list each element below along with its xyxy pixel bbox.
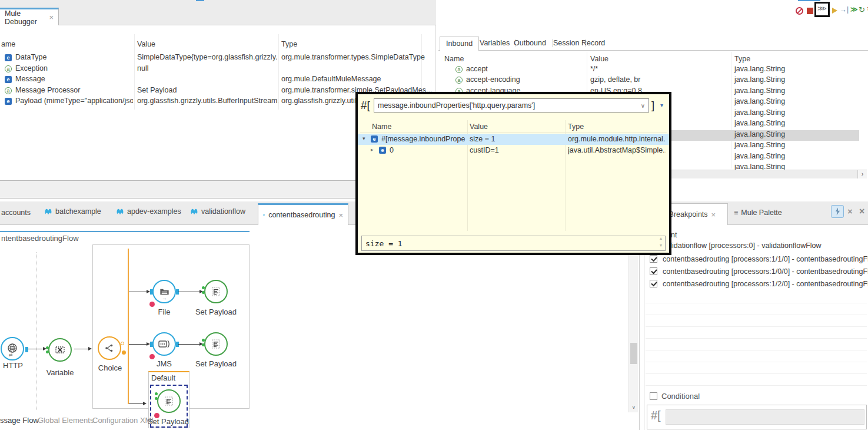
expression-text: message.inboundProperties['http.query.pa…	[378, 101, 535, 110]
condition-input[interactable]	[666, 409, 864, 425]
tab-mule-palette[interactable]: ≡ Mule Palette	[734, 209, 782, 217]
dropdown-triangle-icon[interactable]: ▾	[660, 102, 663, 108]
column-header-name[interactable]: ame	[1, 40, 15, 48]
spinner-up-icon[interactable]: ▴	[660, 236, 662, 241]
breakpoints-panel: Mule Breakpoints × ≡ Mule Palette × × nt…	[644, 201, 868, 430]
tab-batchexample[interactable]: batchexample	[44, 207, 101, 216]
resume-icon[interactable]: ≫	[850, 5, 858, 14]
expression-evaluator-popup: #[ message.inboundProperties['http.query…	[355, 92, 671, 255]
set-payload-icon	[163, 395, 175, 407]
flow-node-choice[interactable]	[98, 336, 121, 360]
step-into-icon[interactable]	[832, 8, 837, 14]
clipped-text-fragment: nt	[671, 231, 677, 239]
attribute-icon: a	[455, 77, 463, 84]
collapse-arrow-icon[interactable]: ▸	[371, 147, 374, 153]
column-header-value[interactable]: Value	[470, 123, 488, 131]
breakpoint-row[interactable]: contentbasedrouting [processors:1/0/0] -…	[644, 266, 868, 278]
column-header-value[interactable]: Value	[590, 55, 608, 63]
expand-arrow-icon[interactable]: ▾	[363, 135, 365, 141]
step-filters-icon[interactable]: ⋙	[817, 5, 827, 12]
expression-combo[interactable]: message.inboundProperties['http.query.pa…	[374, 98, 649, 113]
flow-node-variable[interactable]	[48, 338, 72, 362]
scrollbar-thumb[interactable]	[630, 343, 637, 364]
table-row[interactable]: a accept-encoding gzip, deflate, br java…	[436, 75, 866, 86]
expression-prefix: #[	[651, 409, 661, 422]
mute-breakpoints-icon[interactable]	[796, 7, 803, 15]
flow-connector	[129, 344, 149, 345]
table-row[interactable]: e DataType SimpleDataType{type=org.glass…	[0, 53, 435, 64]
breakpoint-checkbox[interactable]	[650, 255, 657, 263]
terminate-icon[interactable]	[807, 8, 813, 14]
node-label: JMS	[141, 359, 188, 368]
breakpoint-row[interactable]: contentbasedrouting [processors:1/2/0] -…	[644, 279, 868, 290]
column-header-value[interactable]: Value	[137, 40, 155, 48]
tab-inbound[interactable]: Inbound	[440, 37, 479, 51]
flow-node-set-payload[interactable]	[204, 332, 228, 356]
table-row[interactable]: e Message org.mule.DefaultMuleMessage	[0, 75, 435, 85]
attribute-icon: a	[5, 87, 12, 94]
header-underline	[360, 133, 667, 133]
mule-icon	[263, 211, 265, 219]
tab-global-elements[interactable]: Global Elements	[38, 416, 94, 425]
breakpoint-checkbox[interactable]	[650, 280, 657, 287]
conditional-checkbox[interactable]	[650, 392, 657, 400]
breakpoint-checkbox[interactable]	[650, 267, 657, 275]
element-icon: e	[5, 76, 12, 83]
close-icon[interactable]: ×	[711, 211, 716, 219]
flow-connector	[129, 403, 145, 404]
scroll-right-button[interactable]: ›	[857, 170, 867, 178]
breakpoint-dot[interactable]	[149, 302, 155, 307]
enabled-marker	[155, 392, 158, 395]
tab-label: Mule Debugger	[5, 9, 45, 26]
close-icon[interactable]: ×	[49, 14, 54, 21]
flow-node-http[interactable]: ⇄	[1, 337, 24, 360]
flow-node-jms[interactable]	[152, 332, 176, 356]
tab-apdev-examples[interactable]: apdev-examples	[116, 207, 181, 216]
close-icon[interactable]: ×	[338, 211, 343, 219]
tab-mule-debugger[interactable]: Mule Debugger ×	[0, 8, 59, 25]
tab-record[interactable]: Record	[576, 39, 611, 47]
column-header-type[interactable]: Type	[281, 40, 297, 48]
table-row[interactable]: a accept */* java.lang.String	[436, 65, 866, 75]
flow-node-file[interactable]: →	[152, 280, 176, 303]
conditional-label: Conditional	[661, 392, 700, 401]
table-row[interactable]: a Exception null	[0, 64, 435, 75]
tree-row[interactable]: ▸ e 0 custID=1 java.util.AbstractMap$Sim…	[358, 145, 669, 156]
column-header-type[interactable]: Type	[734, 55, 750, 63]
choice-icon	[104, 342, 115, 354]
result-preview-text: size = 1	[365, 239, 403, 248]
breakpoint-dot[interactable]	[149, 354, 155, 359]
scroll-down-button[interactable]: ˅	[629, 403, 638, 412]
skip-all-breakpoints-icon[interactable]: ×	[847, 206, 853, 216]
lane-divider	[36, 252, 37, 410]
breakpoint-row[interactable]: validationflow [processors:0] - validati…	[644, 240, 868, 252]
expression-suffix: ]	[651, 99, 654, 112]
tab-validationflow[interactable]: validationflow	[190, 207, 245, 216]
column-header-name[interactable]: Name	[444, 55, 464, 63]
column-header-name[interactable]: Name	[372, 123, 391, 131]
mule-icon	[190, 207, 198, 216]
remove-breakpoint-icon[interactable]: ×	[859, 206, 864, 217]
flow-node-set-payload[interactable]	[204, 280, 228, 303]
flow-connector	[178, 344, 202, 345]
element-icon: e	[371, 135, 378, 143]
tab-configuration-xml[interactable]: Configuration XML	[92, 416, 156, 425]
chevron-down-icon[interactable]: ∨	[641, 102, 645, 109]
refresh-icon[interactable]: ↻	[859, 5, 865, 14]
breakpoint-row[interactable]: contentbasedrouting [processors:1/1/0] -…	[644, 254, 868, 266]
tab-outbound[interactable]: Outbound	[508, 39, 553, 47]
spinner-down-icon[interactable]: ▾	[660, 243, 662, 248]
tab-message-flow[interactable]: ssage Flow	[0, 416, 39, 425]
step-over-icon[interactable]: →|	[840, 5, 849, 14]
debugger-tabbar	[0, 0, 436, 25]
anypoint-studio-window: Mule Debugger × ame Value Type e DataTyp…	[0, 0, 868, 430]
column-header-type[interactable]: Type	[568, 123, 584, 131]
node-label: File	[141, 307, 188, 316]
tree-row-selected[interactable]: ▾ e #[message.inboundPrope size = 1 org.…	[358, 134, 669, 145]
flow-node-set-payload-default[interactable]	[157, 389, 181, 413]
tab-contentbasedrouting[interactable]: contentbasedrouting ×	[258, 203, 348, 225]
flow-title: ntentbasedroutingFlow	[1, 234, 79, 243]
toggle-breakpoint-skip-button[interactable]	[831, 205, 844, 218]
tab-accounts[interactable]: accounts	[1, 209, 31, 217]
result-preview-box[interactable]: size = 1 ▴ ▾	[361, 236, 666, 251]
